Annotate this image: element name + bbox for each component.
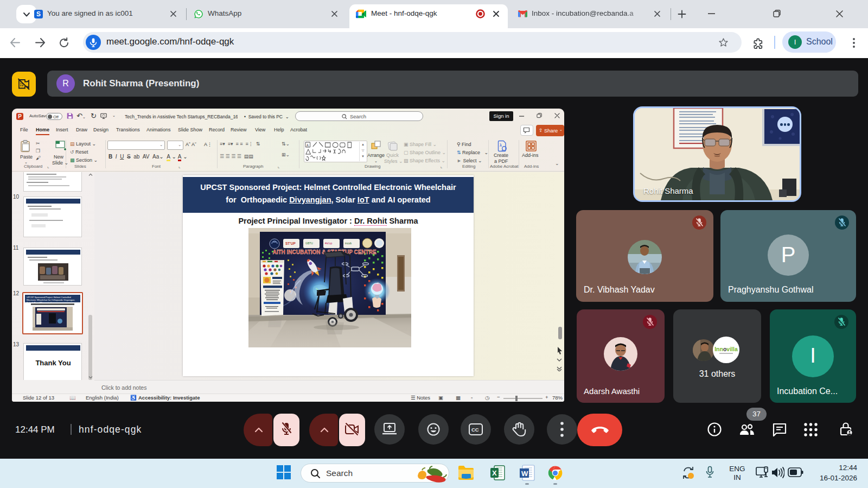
svg-text:X: X <box>492 469 497 477</box>
svg-text:GBTU: GBTU <box>305 242 313 245</box>
svg-text:ST'UP: ST'UP <box>285 242 296 245</box>
svg-text:CC: CC <box>471 427 479 433</box>
svg-text:λ: λ <box>500 143 502 147</box>
svg-text:W: W <box>521 470 528 478</box>
svg-text:#st'up: #st'up <box>325 242 332 245</box>
svg-text:incub: incub <box>345 242 352 245</box>
svg-text:A: A <box>307 143 309 147</box>
